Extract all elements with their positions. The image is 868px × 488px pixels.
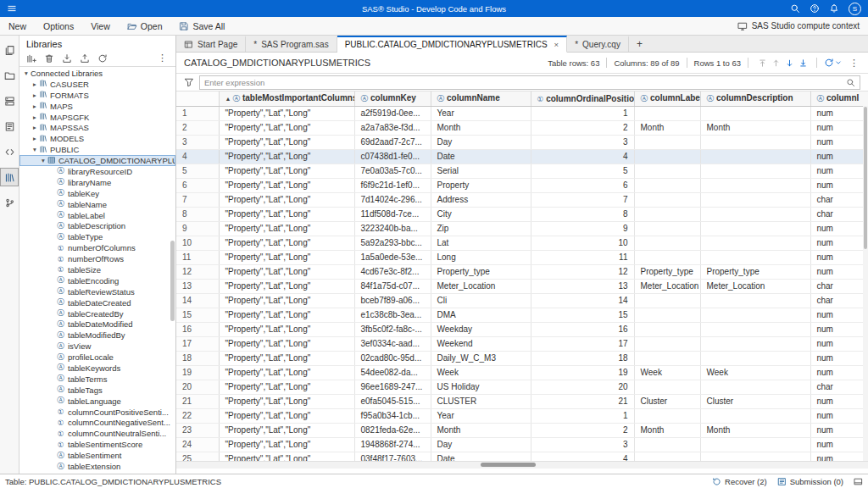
table-cell[interactable]: 2 bbox=[531, 120, 634, 135]
table-cell[interactable] bbox=[700, 149, 810, 164]
table-cell[interactable]: 13 bbox=[531, 279, 634, 293]
row-number[interactable]: 9 bbox=[176, 221, 219, 236]
table-cell[interactable]: Meter_Location bbox=[634, 279, 700, 293]
row-number[interactable]: 6 bbox=[176, 178, 219, 192]
tree-item-columncountneutralsenti[interactable]: ①columnCountNeutralSenti... bbox=[19, 428, 175, 439]
menu-save-all[interactable]: Save All bbox=[170, 17, 233, 35]
table-cell[interactable]: "Property","Lat","Long" bbox=[219, 423, 354, 437]
table-cell[interactable]: num bbox=[810, 423, 868, 437]
go-to-last-rows-icon[interactable] bbox=[797, 57, 809, 69]
tree-item-libraryname[interactable]: ⒶlibraryName bbox=[19, 177, 175, 188]
table-cell[interactable] bbox=[700, 437, 810, 452]
tree-item-mapsgfk[interactable]: ▸MAPSGFK bbox=[19, 112, 175, 123]
table-cell[interactable]: Month bbox=[700, 120, 810, 135]
refresh-icon[interactable] bbox=[97, 53, 108, 64]
expand-icon[interactable]: ▸ bbox=[31, 92, 39, 99]
tree-item-tablekey[interactable]: ⒶtableKey bbox=[19, 188, 175, 199]
tree-item-tablemodifiedby[interactable]: ⒶtableModifiedBy bbox=[19, 330, 175, 341]
table-cell[interactable]: num bbox=[810, 452, 868, 461]
table-cell[interactable]: f95a0b34-1cb... bbox=[354, 408, 431, 423]
table-cell[interactable]: "Property","Lat","Long" bbox=[219, 394, 354, 408]
table-cell[interactable]: "Property","Lat","Long" bbox=[219, 408, 354, 423]
tree-item-casuser[interactable]: ▸CASUSER bbox=[19, 79, 175, 90]
table-cell[interactable] bbox=[634, 221, 700, 236]
expand-icon[interactable]: ▸ bbox=[31, 103, 39, 110]
tree-item-tableencoding[interactable]: ⒶtableEncoding bbox=[19, 275, 175, 286]
table-cell[interactable]: 1 bbox=[531, 106, 634, 120]
table-cell[interactable]: bceb7f89-a06... bbox=[354, 293, 431, 308]
table-cell[interactable]: 3223240b-ba... bbox=[354, 221, 431, 236]
scrollbar-thumb[interactable] bbox=[864, 107, 867, 249]
table-cell[interactable]: 2 bbox=[531, 423, 634, 437]
table-cell[interactable]: Zip bbox=[431, 221, 531, 236]
table-cell[interactable]: CLUSTER bbox=[431, 394, 531, 408]
table-cell[interactable]: num bbox=[810, 394, 868, 408]
table-cell[interactable]: "Property","Lat","Long" bbox=[219, 135, 354, 149]
table-cell[interactable]: Lat bbox=[431, 236, 531, 250]
table-cell[interactable]: 11df508d-7ce... bbox=[354, 207, 431, 221]
table-cell[interactable]: Property_type bbox=[634, 264, 700, 279]
table-cell[interactable]: Year bbox=[431, 408, 531, 423]
row-number[interactable]: 7 bbox=[176, 192, 219, 207]
table-cell[interactable]: "Property","Lat","Long" bbox=[219, 293, 354, 308]
grid-horizontal-scrollbar[interactable] bbox=[176, 461, 868, 469]
table-cell[interactable]: Cli bbox=[431, 293, 531, 308]
row-number[interactable]: 11 bbox=[176, 250, 219, 264]
table-cell[interactable]: Cluster bbox=[700, 394, 810, 408]
next-rows-icon[interactable] bbox=[783, 57, 795, 69]
row-number[interactable]: 4 bbox=[176, 149, 219, 164]
column-header-columnkey[interactable]: ⒶcolumnKey bbox=[354, 92, 431, 106]
tab-public-catalog-dmdictionaryplusmetrics[interactable]: PUBLIC.CATALOG_DMDICTIONARYPLUSMETRICS× bbox=[337, 36, 568, 53]
table-cell[interactable] bbox=[700, 452, 810, 461]
table-cell[interactable]: 12 bbox=[531, 264, 634, 279]
column-header-tablemostimportantcolumns[interactable]: ▲ⒶtableMostImportantColumns bbox=[219, 92, 354, 106]
table-cell[interactable]: char bbox=[810, 279, 868, 293]
row-number[interactable]: 1 bbox=[176, 106, 219, 120]
tree-item-models[interactable]: ▸MODELS bbox=[19, 133, 175, 144]
compute-context-button[interactable]: SAS Studio compute context bbox=[737, 21, 868, 31]
table-cell[interactable]: "Property","Lat","Long" bbox=[219, 437, 354, 452]
row-number[interactable]: 5 bbox=[176, 164, 219, 178]
table-cell[interactable]: 5a92a293-bbc... bbox=[354, 236, 431, 250]
table-cell[interactable] bbox=[700, 336, 810, 351]
table-cell[interactable]: Property bbox=[431, 178, 531, 192]
tree-item-tabletags[interactable]: ⒶtableTags bbox=[19, 385, 175, 396]
column-header-columni[interactable]: ⒶcolumnI bbox=[810, 92, 868, 106]
table-cell[interactable]: num bbox=[810, 336, 868, 351]
column-header-columndescription[interactable]: ⒶcolumnDescription bbox=[700, 92, 810, 106]
table-cell[interactable]: num bbox=[810, 351, 868, 365]
table-cell[interactable]: "Property","Lat","Long" bbox=[219, 308, 354, 322]
nav-libraries-icon[interactable] bbox=[0, 168, 19, 186]
table-cell[interactable]: 8 bbox=[531, 207, 634, 221]
table-cell[interactable]: Property_type bbox=[431, 264, 531, 279]
table-cell[interactable]: 1948868f-274... bbox=[354, 437, 431, 452]
table-cell[interactable]: Month bbox=[431, 120, 531, 135]
table-cell[interactable] bbox=[634, 293, 700, 308]
table-cell[interactable] bbox=[634, 380, 700, 394]
table-cell[interactable]: 02cad80c-95d... bbox=[354, 351, 431, 365]
row-number[interactable]: 10 bbox=[176, 236, 219, 250]
table-cell[interactable] bbox=[700, 236, 810, 250]
table-cell[interactable]: Weekend bbox=[431, 336, 531, 351]
tree-item-tableterms[interactable]: ⒶtableTerms bbox=[19, 374, 175, 385]
table-cell[interactable]: City bbox=[431, 207, 531, 221]
table-cell[interactable]: "Property","Lat","Long" bbox=[219, 221, 354, 236]
submission-button[interactable]: Submission (0) bbox=[777, 477, 843, 486]
tree-item-tablesize[interactable]: ①tableSize bbox=[19, 264, 175, 275]
column-header-columnname[interactable]: ⒶcolumnName bbox=[431, 92, 531, 106]
tree-item-tabletype[interactable]: ⒶtableType bbox=[19, 231, 175, 242]
table-cell[interactable]: "Property","Lat","Long" bbox=[219, 178, 354, 192]
table-cell[interactable]: "Property","Lat","Long" bbox=[219, 236, 354, 250]
delete-icon[interactable] bbox=[44, 53, 54, 64]
table-cell[interactable]: char bbox=[810, 293, 868, 308]
menu-new[interactable]: New bbox=[0, 17, 35, 35]
nav-open-files-icon[interactable] bbox=[0, 41, 19, 59]
row-number[interactable]: 23 bbox=[176, 423, 219, 437]
search-icon[interactable] bbox=[846, 78, 855, 87]
row-number[interactable]: 21 bbox=[176, 394, 219, 408]
table-cell[interactable]: 3 bbox=[531, 135, 634, 149]
row-number[interactable]: 25 bbox=[176, 452, 219, 461]
tree-item-catalog-dmdictionaryplu[interactable]: ▾CATALOG_DMDICTIONARYPLU... bbox=[19, 155, 175, 166]
nav-git-repositories-icon[interactable] bbox=[0, 193, 19, 212]
table-cell[interactable]: "Property","Lat","Long" bbox=[219, 164, 354, 178]
